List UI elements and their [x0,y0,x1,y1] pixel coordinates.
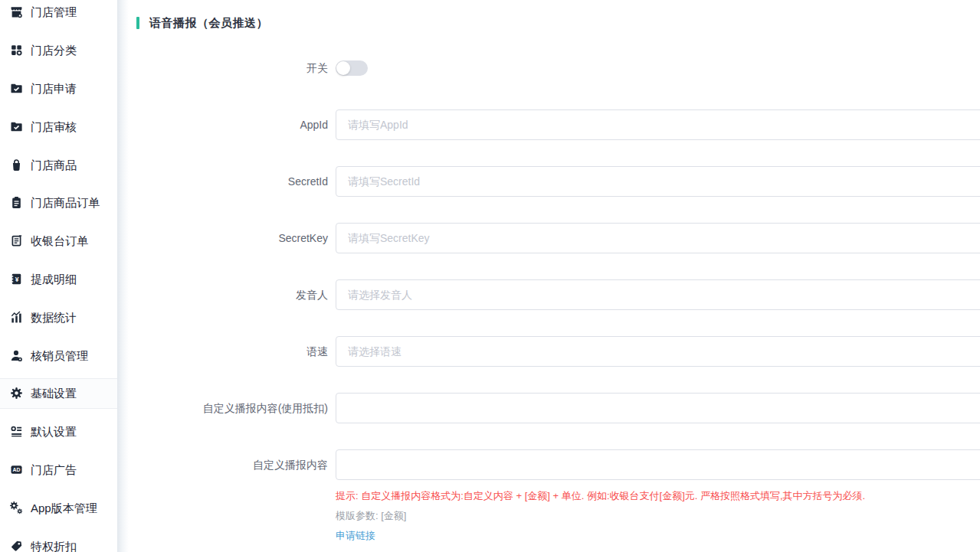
form-label-app-id: AppId [136,109,328,140]
double-gear-icon [9,501,23,514]
sidebar-item-app-version[interactable]: App版本管理 [0,489,117,528]
speed-input[interactable] [336,336,980,367]
format-hint-error: 提示: 自定义播报内容格式为:自定义内容 + [金额] + 单位. 例如:收银台… [336,486,980,506]
form-row-app-id: AppId [136,109,980,140]
voice-input[interactable] [336,279,980,310]
sidebar-item-label: 门店商品 [31,159,77,171]
svg-text:AD: AD [12,468,20,473]
sidebar-item-label: 门店管理 [31,6,77,18]
sidebar-item-label: 收银台订单 [31,235,88,247]
section-title: 语音播报（会员推送） [136,16,980,30]
sidebar-item-label: 默认设置 [31,426,77,437]
sidebar-item-data-statistics[interactable]: 数据统计 [0,298,117,336]
sidebar-item-commission-details[interactable]: ¥ 提成明细 [0,260,117,299]
form-row-switch: 开关 [136,53,980,83]
form-row-speed: 语速 [136,336,980,367]
sidebar-item-store-application[interactable]: 门店申请 [0,70,117,108]
main-content: 语音播报（会员推送） 开关 AppId SecretId SecretKey 发… [129,0,980,552]
folder-check-icon [9,81,23,95]
sidebar-shadow [117,0,129,552]
secret-id-input[interactable] [336,166,980,197]
apply-link[interactable]: 申请链接 [336,526,375,546]
sidebar-item-label: 基础设置 [31,387,77,399]
form-label-secret-id: SecretId [136,166,328,197]
sidebar: 门店管理 门店分类 门店申请 门店审核 门店商品 门店商品订单 收银台订单 ¥ … [0,0,117,552]
shopping-bag-icon [9,158,23,171]
app-root: 门店管理 门店分类 门店申请 门店审核 门店商品 门店商品订单 收银台订单 ¥ … [0,0,980,552]
switch-knob [336,61,350,75]
sidebar-item-label: 门店审核 [31,121,77,132]
app-id-input[interactable] [336,109,980,140]
clipboard-icon [9,196,23,210]
receipt-icon [9,234,23,248]
section-title-text: 语音播报（会员推送） [149,16,268,31]
switch-toggle[interactable] [336,60,368,76]
sidebar-item-label: 特权折扣 [31,541,77,552]
sidebar-item-label: 门店申请 [31,83,77,94]
sidebar-item-label: 提成明细 [31,273,77,285]
sidebar-menu: 门店管理 门店分类 门店申请 门店审核 门店商品 门店商品订单 收银台订单 ¥ … [0,0,117,552]
sidebar-item-store-goods-orders[interactable]: 门店商品订单 [0,184,117,222]
template-params-hint: 模版参数: [金额] [336,506,980,526]
discount-tag-icon [9,539,23,552]
form-row-secret-key: SecretKey [136,223,980,253]
form-row-custom-content-deduction: 自定义播报内容(使用抵扣) [136,393,980,423]
sidebar-item-label: 门店广告 [31,464,77,475]
sidebar-item-label: 门店分类 [31,44,77,56]
sidebar-item-cashier-orders[interactable]: 收银台订单 [0,222,117,260]
yuan-book-icon: ¥ [9,272,23,286]
secret-key-input[interactable] [336,223,980,253]
sidebar-item-store-category[interactable]: 门店分类 [0,31,117,70]
gear-icon [9,387,23,400]
form-row-voice: 发音人 [136,279,980,310]
sidebar-item-store-review[interactable]: 门店审核 [0,107,117,145]
custom-content-deduction-input[interactable] [336,393,980,423]
sidebar-item-label: 门店商品订单 [31,197,100,208]
sidebar-item-label: 数据统计 [31,312,77,323]
sidebar-item-store-ads[interactable]: AD 门店广告 [0,451,117,489]
form-row-custom-content: 自定义播报内容 提示: 自定义播报内容格式为:自定义内容 + [金额] + 单位… [136,449,980,546]
category-grid-icon [9,44,23,57]
sidebar-item-store-goods[interactable]: 门店商品 [0,145,117,184]
sidebar-item-label: 核销员管理 [31,350,88,361]
form-label-voice: 发音人 [136,279,328,310]
settings-list-icon [9,425,23,439]
sidebar-item-label: App版本管理 [31,502,97,514]
svg-text:¥: ¥ [15,276,18,283]
storefront-gear-icon [9,5,23,19]
person-gear-icon [9,348,23,362]
bar-chart-icon [9,310,23,324]
form-label-switch: 开关 [136,53,328,83]
sidebar-item-store-management[interactable]: 门店管理 [0,0,117,31]
form-label-speed: 语速 [136,336,328,367]
sidebar-item-basic-settings[interactable]: 基础设置 [0,378,117,409]
title-accent-bar [136,17,139,29]
sidebar-item-default-settings[interactable]: 默认设置 [0,413,117,451]
form-label-custom-content: 自定义播报内容 [136,449,328,546]
custom-content-input[interactable] [336,449,980,480]
sidebar-item-privilege-discount[interactable]: 特权折扣 [0,527,117,552]
ad-badge-icon: AD [9,463,23,477]
sidebar-item-verifier-management[interactable]: 核销员管理 [0,336,117,374]
form-row-secret-id: SecretId [136,166,980,197]
form-label-secret-key: SecretKey [136,223,328,253]
settings-form: 开关 AppId SecretId SecretKey 发音人 语速 自定义播报… [136,53,980,546]
folder-check-icon [9,119,23,133]
form-label-custom-content-deduction: 自定义播报内容(使用抵扣) [136,393,328,423]
